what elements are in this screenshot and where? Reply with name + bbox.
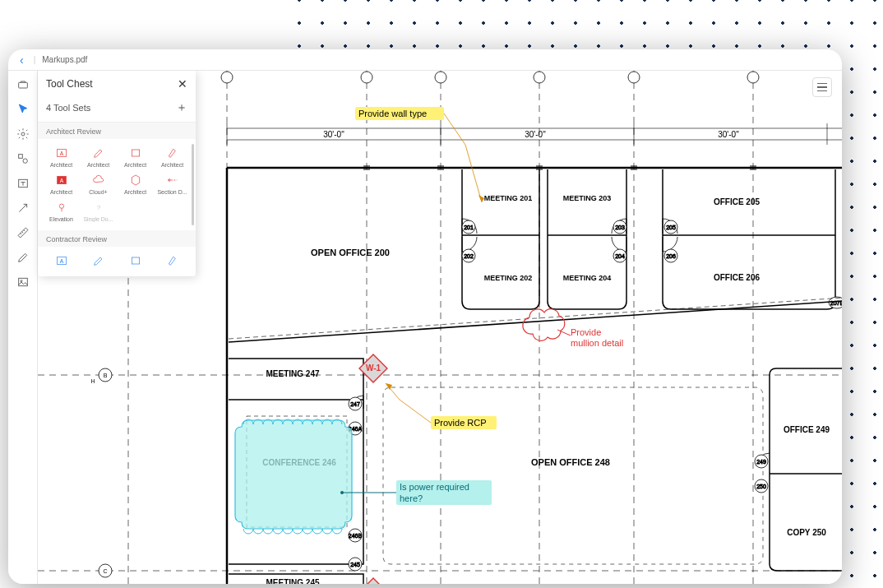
label-meeting-247: MEETING 247 <box>266 369 319 378</box>
section-contractor-label[interactable]: Contractor Review <box>38 230 196 247</box>
label-open-office-248: OPEN OFFICE 248 <box>531 457 610 467</box>
tool-architect-rect[interactable]: Architect <box>117 144 154 169</box>
tool-cloud[interactable]: Cloud+ <box>80 171 117 197</box>
label-office-205: OFFICE 205 <box>714 197 760 206</box>
label-office-206: OFFICE 206 <box>714 273 760 282</box>
tool-chest-title: Tool Chest <box>46 78 93 90</box>
arrow-icon[interactable] <box>14 199 32 217</box>
label-meeting-204: MEETING 204 <box>563 274 612 282</box>
label-meeting-202: MEETING 202 <box>484 274 533 282</box>
image-icon[interactable] <box>14 273 32 291</box>
grid-b: B <box>104 373 108 378</box>
separator: | <box>34 55 36 64</box>
svg-text:Provide wall type: Provide wall type <box>358 109 427 118</box>
svg-point-3 <box>23 159 27 163</box>
gear-icon[interactable] <box>14 125 32 143</box>
dim-bay1: 30'-0" <box>323 130 344 139</box>
svg-point-19 <box>747 72 759 83</box>
shapes-icon[interactable] <box>14 150 32 168</box>
tag-245: 245 <box>350 562 360 567</box>
tag-249: 249 <box>756 459 766 465</box>
svg-line-43 <box>229 301 842 342</box>
titlebar: ‹ | Markups.pdf <box>8 49 842 71</box>
tool-contractor-pen[interactable] <box>80 252 117 270</box>
tool-sets-count: 4 Tool Sets <box>46 103 90 113</box>
app-window: ‹ | Markups.pdf <box>8 49 842 584</box>
annotation-wall-type[interactable]: Provide wall type <box>355 107 484 202</box>
label-open-office-200: OPEN OFFICE 200 <box>311 248 390 257</box>
tool-architect-pen[interactable]: Architect <box>80 144 117 169</box>
close-icon[interactable]: ✕ <box>178 77 187 90</box>
tag-201: 201 <box>464 225 474 230</box>
pen-icon[interactable] <box>14 248 32 266</box>
tag-246b: 246B <box>349 533 363 539</box>
svg-text:here?: here? <box>400 493 423 503</box>
svg-text:A: A <box>59 150 63 156</box>
add-icon[interactable]: ＋ <box>176 100 187 115</box>
tag-206: 206 <box>666 253 676 259</box>
svg-point-1 <box>21 132 25 136</box>
workspace: B C H 30'-0" 30'-0" 30'-0" <box>8 71 842 584</box>
tag-204: 204 <box>615 253 625 259</box>
svg-text:A: A <box>59 258 63 264</box>
svg-point-16 <box>435 72 446 83</box>
svg-text:A: A <box>59 178 63 183</box>
measure-icon[interactable] <box>14 224 32 242</box>
svg-point-15 <box>361 72 372 83</box>
svg-rect-76 <box>132 257 139 264</box>
back-button[interactable]: ‹ <box>16 53 27 67</box>
dim-bay2: 30'-0" <box>525 130 546 139</box>
label-meeting-201: MEETING 201 <box>484 194 533 202</box>
annotation-mullion[interactable]: Provide mullion detail <box>523 309 623 348</box>
tag-205: 205 <box>666 225 676 230</box>
text-icon[interactable] <box>14 174 32 192</box>
label-office-249: OFFICE 249 <box>784 425 830 434</box>
svg-text:Is power required: Is power required <box>400 482 469 492</box>
tag-247: 247 <box>350 401 360 407</box>
tool-elevation[interactable]: Elevation <box>43 198 80 224</box>
tool-architect-highlight[interactable]: Architect <box>154 144 191 169</box>
left-tool-rail <box>8 71 38 584</box>
svg-text:W-1: W-1 <box>366 363 381 373</box>
svg-rect-5 <box>18 278 27 285</box>
annot-mullion-line2: mullion detail <box>571 338 623 348</box>
annot-mullion-line1: Provide <box>571 327 601 337</box>
tool-contractor-textbox[interactable]: A <box>43 252 80 270</box>
dim-bay3: 30'-0" <box>718 130 739 139</box>
svg-rect-2 <box>18 155 22 159</box>
svg-line-44 <box>229 298 842 339</box>
tag-250: 250 <box>756 484 766 489</box>
toolbox-icon[interactable] <box>14 76 32 94</box>
tool-single-door[interactable]: ?Single Do... <box>80 198 117 224</box>
svg-point-65 <box>340 491 344 494</box>
label-meeting-203: MEETING 203 <box>563 194 612 202</box>
cloud-highlight-conference[interactable] <box>235 419 352 534</box>
grid-h: H <box>90 378 95 384</box>
tool-architect-textbox[interactable]: AArchitect <box>43 144 80 169</box>
menu-button[interactable] <box>812 77 832 97</box>
document-title: Markups.pdf <box>42 55 87 64</box>
section-architect-label[interactable]: Architect Review <box>38 123 196 139</box>
svg-text:Provide RCP: Provide RCP <box>434 418 487 428</box>
tool-contractor-highlight[interactable] <box>154 252 191 270</box>
tag-202: 202 <box>464 253 474 259</box>
architect-tools: AArchitect Architect Architect Architect… <box>38 139 196 230</box>
contractor-tools: A <box>38 247 196 276</box>
svg-point-14 <box>221 72 233 83</box>
tool-section[interactable]: Section D... <box>154 171 191 197</box>
tool-architect-textbox-filled[interactable]: AArchitect <box>43 171 80 197</box>
svg-point-18 <box>628 72 640 83</box>
svg-rect-0 <box>18 82 27 88</box>
cursor-icon[interactable] <box>14 100 32 118</box>
label-meeting-245: MEETING 245 <box>266 578 319 584</box>
svg-rect-68 <box>132 150 139 156</box>
annotation-rcp[interactable]: Provide RCP <box>386 383 497 429</box>
svg-point-72 <box>59 204 63 208</box>
svg-text:?: ? <box>96 204 100 211</box>
tool-chest-panel: Tool Chest ✕ 4 Tool Sets ＋ Architect Rev… <box>38 71 196 276</box>
tag-203: 203 <box>615 225 625 230</box>
grid-c: C <box>103 568 107 574</box>
svg-point-17 <box>534 72 545 83</box>
tool-hexagon[interactable]: Architect <box>117 171 154 197</box>
tool-contractor-rect[interactable] <box>117 252 154 270</box>
